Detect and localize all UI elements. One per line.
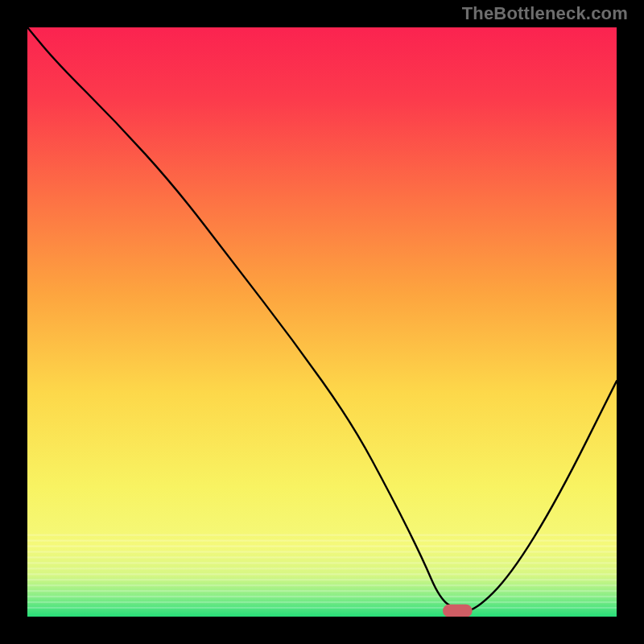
chart-svg (27, 27, 617, 617)
svg-rect-6 (27, 568, 617, 569)
svg-rect-8 (27, 579, 617, 580)
svg-rect-5 (27, 562, 617, 564)
svg-rect-9 (27, 584, 617, 586)
svg-rect-3 (27, 551, 617, 552)
svg-rect-7 (27, 573, 617, 575)
svg-rect-0 (27, 535, 617, 536)
chart-container: TheBottleneck.com (0, 0, 644, 644)
svg-rect-11 (27, 596, 617, 597)
watermark-text: TheBottleneck.com (462, 3, 628, 24)
plot-area (27, 27, 617, 617)
svg-rect-1 (27, 539, 617, 541)
svg-rect-13 (27, 607, 617, 609)
optimal-marker (443, 605, 473, 617)
svg-rect-10 (27, 590, 617, 592)
svg-rect-12 (27, 601, 617, 603)
gradient-background (27, 27, 617, 617)
svg-rect-4 (27, 556, 617, 558)
